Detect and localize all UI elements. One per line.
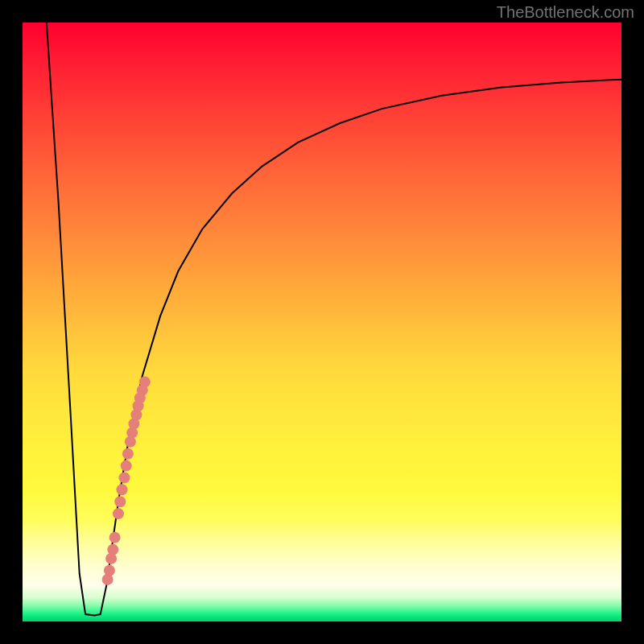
- data-point: [122, 448, 134, 460]
- data-point: [119, 472, 130, 483]
- plot-area: [23, 23, 621, 621]
- watermark-text: TheBottleneck.com: [497, 3, 634, 22]
- bottleneck-curve: [47, 23, 621, 616]
- data-point: [104, 565, 115, 576]
- chart-frame: TheBottleneck.com: [0, 0, 644, 644]
- data-point: [113, 508, 124, 519]
- chart-svg: [23, 23, 621, 621]
- data-point: [107, 544, 118, 555]
- data-point: [109, 532, 121, 543]
- data-point: [121, 460, 132, 472]
- scatter-points: [102, 376, 151, 585]
- data-point: [114, 496, 126, 507]
- data-point: [117, 484, 128, 495]
- data-point: [139, 376, 151, 387]
